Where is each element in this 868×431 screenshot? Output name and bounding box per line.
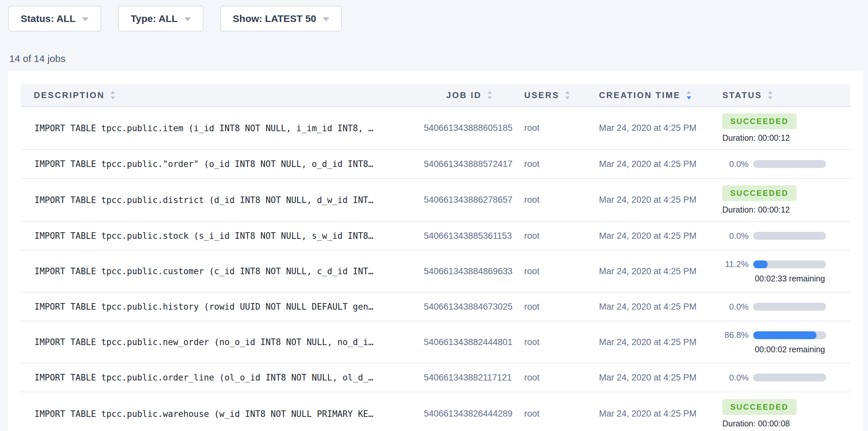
job-status-cell: 0.0% [703,302,850,312]
column-header-job-id[interactable]: JOB ID [424,90,513,100]
progress-percent: 0.0% [722,159,749,169]
job-description[interactable]: IMPORT TABLE tpcc.public.stock (s_i_id I… [21,231,424,241]
job-description[interactable]: IMPORT TABLE tpcc.public."order" (o_id I… [21,159,424,169]
job-user: root [513,302,588,312]
job-description[interactable]: IMPORT TABLE tpcc.public.history (rowid … [21,302,424,312]
job-status-cell: 86.8% 00:00:02 remaining [703,330,850,354]
job-user: root [513,337,588,347]
progress-bar [753,160,826,168]
job-user: root [513,373,588,383]
job-status-cell: 0.0% [703,231,850,241]
column-header-users[interactable]: USERS [513,90,588,100]
job-user: root [513,231,588,241]
progress-bar [753,260,826,268]
sort-arrows-icon [111,91,115,99]
job-creation-time: Mar 24, 2020 at 4:25 PM [588,373,703,383]
job-id: 540661343826444289 [424,409,513,419]
status-filter-label: Status: ALL [21,13,75,24]
jobs-count: 14 of 14 jobs [9,53,868,64]
time-remaining: 00:00:02 remaining [747,345,833,354]
job-id: 540661343885361153 [424,231,513,241]
jobs-page: Status: ALL Type: ALL Show: LATEST 50 14… [0,6,868,431]
show-filter-dropdown[interactable]: Show: LATEST 50 [220,6,342,31]
time-remaining: 00:02:33 remaining [747,274,833,283]
sort-arrows-icon [488,91,492,99]
progress-percent: 0.0% [722,373,749,383]
job-user: root [513,123,588,133]
sort-arrows-icon [565,91,570,99]
job-creation-time: Mar 24, 2020 at 4:25 PM [588,266,703,277]
job-user: root [513,195,588,205]
caret-down-icon [82,18,89,21]
type-filter-label: Type: ALL [130,13,178,24]
job-status-cell: 11.2% 00:02:33 remaining [703,259,850,283]
progress-percent: 0.0% [722,302,749,312]
caret-down-icon [323,18,329,21]
status-badge: SUCCEEDED [722,114,797,129]
sort-arrows-active-desc-icon [687,91,691,99]
job-status-cell: SUCCEEDED Duration: 00:00:12 [703,185,850,215]
table-row: IMPORT TABLE tpcc.public.customer (c_id … [21,251,850,293]
progress-bar [753,303,826,311]
column-header-creation-time[interactable]: CREATION TIME [588,90,703,100]
job-creation-time: Mar 24, 2020 at 4:25 PM [588,231,703,241]
column-header-status[interactable]: STATUS [703,90,850,100]
job-creation-time: Mar 24, 2020 at 4:25 PM [588,302,703,312]
job-id: 540661343884673025 [424,302,513,312]
job-description[interactable]: IMPORT TABLE tpcc.public.warehouse (w_id… [21,409,424,419]
table-body: IMPORT TABLE tpcc.public.item (i_id INT8… [21,107,850,431]
table-row: IMPORT TABLE tpcc.public.history (rowid … [21,293,850,321]
job-id: 540661343888605185 [424,123,513,133]
job-id: 540661343886278657 [424,195,513,205]
job-id: 540661343884869633 [424,266,513,277]
table-row: IMPORT TABLE tpcc.public.item (i_id INT8… [21,107,850,150]
table-row: IMPORT TABLE tpcc.public.warehouse (w_id… [21,392,850,431]
type-filter-dropdown[interactable]: Type: ALL [118,6,203,31]
job-id: 540661343882117121 [424,373,513,383]
caret-down-icon [184,18,191,21]
job-status-cell: 0.0% [703,373,850,383]
job-creation-time: Mar 24, 2020 at 4:25 PM [588,409,703,419]
progress-bar-fill [753,260,768,268]
job-creation-time: Mar 24, 2020 at 4:25 PM [588,337,703,347]
job-status-cell: 0.0% [703,159,850,169]
progress-percent: 0.0% [722,231,749,241]
progress-bar-fill [753,331,816,339]
job-description[interactable]: IMPORT TABLE tpcc.public.district (d_id … [21,195,424,205]
job-description[interactable]: IMPORT TABLE tpcc.public.new_order (no_o… [21,337,424,347]
job-user: root [513,159,588,169]
status-badge: SUCCEEDED [722,185,797,201]
jobs-table-card: DESCRIPTION JOB ID USERS CREATION TIME S… [8,71,863,431]
job-id: 540661343888572417 [424,159,513,169]
job-description[interactable]: IMPORT TABLE tpcc.public.customer (c_id … [21,266,424,276]
progress-percent: 11.2% [722,259,749,269]
job-status-cell: SUCCEEDED Duration: 00:00:08 [703,399,850,428]
progress-bar [753,331,826,339]
job-creation-time: Mar 24, 2020 at 4:25 PM [588,195,703,205]
job-duration: Duration: 00:00:08 [722,419,850,428]
job-duration: Duration: 00:00:12 [722,205,850,215]
job-description[interactable]: IMPORT TABLE tpcc.public.order_line (ol_… [21,373,424,382]
job-creation-time: Mar 24, 2020 at 4:25 PM [588,159,703,169]
job-description[interactable]: IMPORT TABLE tpcc.public.item (i_id INT8… [21,123,424,133]
job-status-cell: SUCCEEDED Duration: 00:00:12 [703,114,850,143]
table-header-row: DESCRIPTION JOB ID USERS CREATION TIME S… [21,84,850,107]
job-id: 540661343882444801 [424,337,513,347]
job-duration: Duration: 00:00:12 [722,133,850,143]
table-row: IMPORT TABLE tpcc.public."order" (o_id I… [21,150,850,179]
job-creation-time: Mar 24, 2020 at 4:25 PM [588,123,703,133]
filters-bar: Status: ALL Type: ALL Show: LATEST 50 [8,6,868,31]
table-row: IMPORT TABLE tpcc.public.order_line (ol_… [21,363,850,392]
job-user: root [513,266,588,277]
show-filter-label: Show: LATEST 50 [233,13,316,24]
progress-bar [753,374,826,381]
progress-bar [753,232,826,240]
job-user: root [513,409,588,419]
status-badge: SUCCEEDED [722,399,797,415]
progress-percent: 86.8% [722,330,749,340]
column-header-description[interactable]: DESCRIPTION [21,90,424,100]
status-filter-dropdown[interactable]: Status: ALL [8,6,101,31]
sort-arrows-icon [768,91,773,99]
table-row: IMPORT TABLE tpcc.public.district (d_id … [21,179,850,222]
table-row: IMPORT TABLE tpcc.public.stock (s_i_id I… [21,222,850,251]
